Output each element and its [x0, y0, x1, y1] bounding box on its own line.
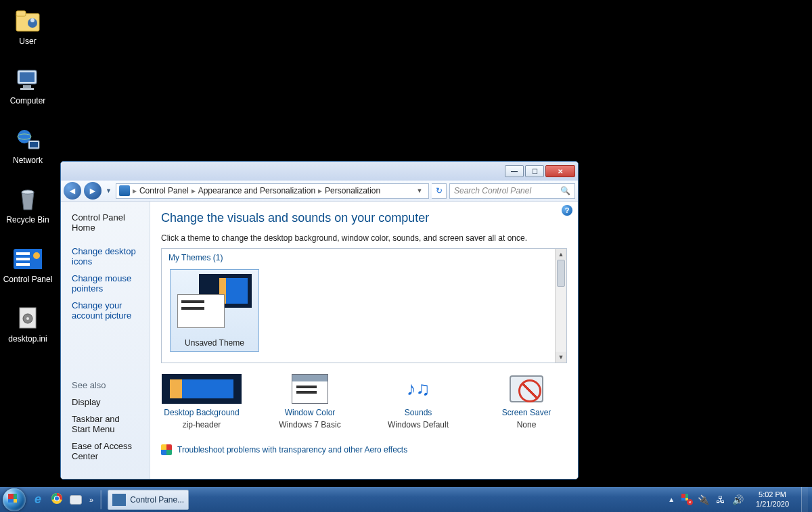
desktop-background-link[interactable]: Desktop Background zip-header [161, 374, 242, 429]
page-subtitle: Click a theme to change the desktop back… [161, 233, 567, 243]
svg-point-20 [26, 317, 29, 320]
theme-preview [177, 274, 252, 328]
svg-rect-11 [30, 142, 38, 147]
start-button[interactable] [0, 487, 28, 512]
breadcrumb-leaf[interactable]: Personalization [325, 186, 380, 195]
col-title: Window Color [269, 408, 351, 417]
clock-time: 5:02 PM [756, 490, 789, 500]
desktop-icon-desktop-ini[interactable]: desktop.ini [0, 302, 55, 346]
clock[interactable]: 5:02 PM 1/21/2020 [750, 490, 794, 509]
window-color-link[interactable]: Window Color Windows 7 Basic [269, 374, 351, 429]
scrollbar[interactable]: ▲ ▼ [555, 249, 566, 363]
chevron-right-icon: ▸ [133, 186, 137, 195]
desktop-background-preview [162, 374, 242, 404]
pinned-ie[interactable]: e [30, 492, 46, 508]
breadcrumb-mid[interactable]: Appearance and Personalization [198, 186, 315, 195]
svg-rect-15 [16, 258, 30, 260]
scroll-up-button[interactable]: ▲ [556, 249, 566, 260]
explorer-icon [70, 495, 82, 505]
breadcrumb-root[interactable]: Control Panel [139, 186, 189, 195]
chevron-right-icon: ▸ [191, 186, 196, 195]
task-separator [100, 490, 102, 509]
theme-unsaved[interactable]: Unsaved Theme [170, 269, 259, 352]
search-input[interactable]: Search Control Panel 🔍 [449, 183, 575, 199]
desktop-icon-network[interactable]: Network [0, 123, 55, 168]
pinned-explorer[interactable] [68, 492, 84, 508]
history-dropdown[interactable]: ▼ [104, 187, 113, 194]
taskbar: e » Control Pane... ▲ 🔌 🖧 🔊 5:02 PM 1/21… [0, 487, 812, 512]
col-value: None [517, 420, 537, 429]
recycle-bin-icon [14, 187, 42, 212]
see-also-display[interactable]: Display [72, 397, 139, 407]
svg-rect-6 [23, 85, 31, 88]
scroll-thumb[interactable] [557, 260, 565, 287]
power-icon[interactable]: 🔌 [698, 494, 709, 505]
svg-rect-7 [20, 88, 34, 90]
svg-point-23 [55, 496, 59, 501]
titlebar[interactable] [61, 162, 578, 181]
svg-rect-1 [16, 11, 26, 16]
desktop-icon-recycle-bin[interactable]: Recycle Bin [0, 183, 55, 227]
svg-point-12 [22, 190, 34, 194]
desktop-icon-user[interactable]: User [0, 4, 55, 49]
back-button[interactable]: ◄ [64, 182, 81, 200]
icon-label: Control Panel [3, 275, 53, 284]
icon-label: Computer [10, 96, 46, 106]
control-panel-home-link[interactable]: Control Panel Home [72, 212, 139, 233]
themes-header: My Themes (1) [162, 249, 566, 266]
network-tray-icon[interactable]: 🖧 [716, 494, 725, 505]
clock-date: 1/21/2020 [756, 500, 789, 509]
search-placeholder: Search Control Panel [454, 186, 531, 195]
refresh-button[interactable]: ↻ [432, 183, 447, 199]
icon-label: Network [13, 156, 43, 165]
content-pane: Change the visuals and sounds on your co… [150, 202, 578, 479]
screen-saver-link[interactable]: Screen Saver None [486, 374, 567, 429]
scroll-down-button[interactable]: ▼ [556, 352, 566, 363]
volume-icon[interactable]: 🔊 [732, 494, 744, 505]
folder-user-icon [14, 8, 42, 34]
troubleshoot-link[interactable]: Troubleshoot problems with transparency … [177, 445, 407, 455]
computer-icon [14, 68, 42, 93]
icon-label: desktop.ini [8, 334, 47, 344]
col-value: Windows Default [388, 420, 449, 429]
see-also-taskbar[interactable]: Taskbar and Start Menu [72, 414, 139, 434]
screen-saver-icon [510, 375, 543, 402]
windows-orb-icon [3, 488, 26, 511]
col-title: Screen Saver [486, 408, 567, 417]
minimize-button[interactable] [505, 165, 524, 177]
sidebar-link-mouse-pointers[interactable]: Change mouse pointers [72, 273, 139, 294]
chrome-icon [51, 492, 63, 507]
ini-file-icon [14, 306, 42, 331]
chevron-right-icon: ▸ [318, 186, 322, 195]
taskbar-item-control-panel[interactable]: Control Pane... [108, 490, 189, 510]
see-also-heading: See also [72, 380, 139, 390]
task-label: Control Pane... [130, 495, 184, 505]
sidebar-link-account-picture[interactable]: Change your account picture [72, 300, 139, 321]
svg-point-3 [30, 18, 35, 22]
troubleshoot-row: Troubleshoot problems with transparency … [161, 444, 567, 455]
forward-button[interactable]: ► [84, 182, 102, 200]
search-icon: 🔍 [560, 186, 570, 195]
breadcrumb[interactable]: ▸ Control Panel ▸ Appearance and Persona… [116, 183, 429, 199]
show-desktop-button[interactable] [801, 487, 808, 512]
themes-list: My Themes (1) Unsaved Theme ▲ ▼ [161, 248, 567, 363]
page-title: Change the visuals and sounds on your co… [161, 211, 567, 225]
action-center-icon[interactable] [681, 494, 691, 505]
settings-row: Desktop Background zip-header Window Col… [161, 374, 567, 429]
address-dropdown[interactable]: ▼ [413, 187, 426, 194]
close-button[interactable] [545, 165, 575, 177]
sounds-link[interactable]: ♪♫ Sounds Windows Default [378, 374, 459, 429]
see-also-ease-of-access[interactable]: Ease of Access Center [72, 441, 139, 461]
pinned-chrome[interactable] [49, 492, 65, 508]
desktop-icon-computer[interactable]: Computer [0, 64, 55, 108]
toolbar-chevron[interactable]: » [85, 496, 97, 504]
icon-label: User [19, 37, 36, 46]
system-tray: ▲ 🔌 🖧 🔊 5:02 PM 1/21/2020 [668, 487, 812, 512]
tray-overflow[interactable]: ▲ [668, 496, 675, 503]
col-title: Sounds [378, 408, 459, 417]
col-value: Windows 7 Basic [279, 420, 340, 429]
desktop-icon-control-panel[interactable]: Control Panel [0, 242, 55, 287]
shield-icon [161, 444, 172, 455]
maximize-button[interactable] [525, 165, 544, 177]
sidebar-link-desktop-icons[interactable]: Change desktop icons [72, 246, 139, 266]
